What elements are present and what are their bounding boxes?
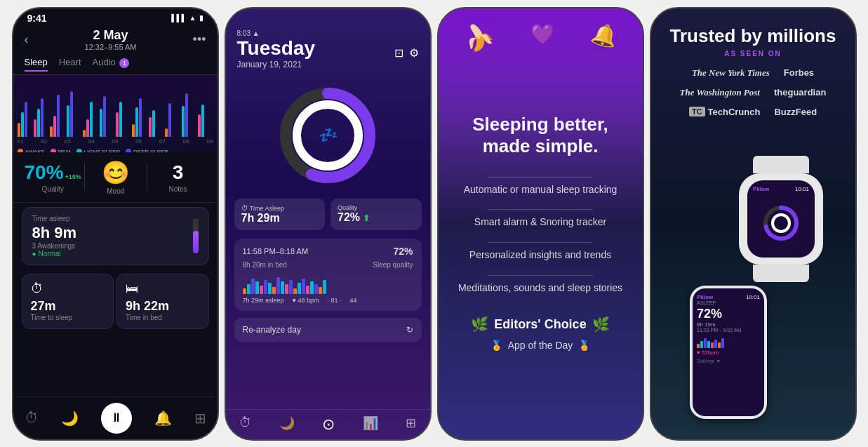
p2-stats-row: 7h 29m asleep ♥ 48 bpm · 81 · 44: [243, 297, 413, 304]
p3-decor-area: 🍌 💜 🔔: [439, 8, 643, 135]
nav-bell-icon[interactable]: 🔔: [154, 410, 172, 427]
p3-feature-4: Meditations, sounds and sleep stories: [458, 281, 622, 295]
p2-moon-icon[interactable]: 🌙: [279, 415, 295, 434]
tab-heart[interactable]: Heart: [59, 57, 81, 72]
p2-day: Tuesday: [237, 37, 316, 60]
time-to-sleep-card: ⏱ 27m Time to sleep: [22, 274, 114, 329]
time-in-bed-value: 9h 22m: [126, 299, 200, 314]
notes-value: 3: [173, 161, 184, 184]
p2-calendar-icon[interactable]: ⊡: [394, 46, 403, 60]
p2-sleep-card: 11:58 PM–8:18 AM 72% 8h 20m in bed Sleep…: [234, 239, 422, 311]
bottom-nav-1: ⏱ 🌙 ⏸ 🔔 ⊞: [13, 396, 218, 439]
watch-header: Pillow 10:01: [697, 294, 760, 300]
p3-divider-4: [488, 275, 594, 276]
watch-screen-2: Pillow 10:01: [747, 180, 815, 258]
heart-icon: 💜: [530, 22, 555, 46]
phone-4-content: Trusted by millions AS SEEN ON The New Y…: [651, 8, 855, 439]
watch-ring-svg: [760, 202, 802, 244]
battery-icon: ▮: [199, 14, 203, 22]
award-right-icon: 🏅: [578, 340, 590, 351]
screenshots-container: 9:41 ▌▌▌ ▲ ▮ ‹ 2 May 12:32–9:55 AM •••: [0, 0, 868, 447]
nav-bar-1: ‹ 2 May 12:32–9:55 AM •••: [13, 25, 218, 54]
media-wapo: The Washington Post: [674, 84, 766, 101]
date-display-1: 2 May: [85, 28, 137, 43]
tabs-1: Sleep Heart Audio 1: [13, 54, 218, 75]
media-forbes: Forbes: [778, 65, 820, 81]
normal-badge: ● Normal: [32, 250, 77, 258]
divider-2: [147, 163, 147, 191]
mood-stat: 😊 Mood: [88, 159, 144, 195]
watch-outer: Pillow 10:01 ASLEEP 72% 8h 19m 11:03 PM …: [690, 286, 767, 419]
stats-row-1: 70% +19% Quality 😊 Mood 3 Notes: [13, 152, 218, 203]
divider-1: [84, 163, 85, 191]
media-guardian: theguardian: [768, 84, 832, 101]
p2-status-time: 8:03 ▲: [237, 29, 316, 37]
nav-timer-icon[interactable]: ⏱: [25, 410, 39, 426]
p2-settings-icon[interactable]: ⚙: [409, 46, 419, 60]
quality-value: 70%: [25, 161, 64, 184]
phone-2-content: 8:03 ▲ Tuesday January 19, 2021 ⊡ ⚙: [226, 8, 430, 439]
nav-moon-icon[interactable]: 🌙: [61, 410, 79, 427]
watch-app-name: Pillow: [697, 294, 713, 300]
watch-band-bottom: [753, 265, 809, 282]
p2-stats: ⏱ Time Asleep 7h 29m Quality 72% ⬆: [226, 199, 430, 230]
ring-center: 💤: [319, 126, 338, 145]
awakenings: 3 Awakenings: [32, 242, 77, 250]
time-in-bed-card: 🛏 9h 22m Time in bed: [116, 274, 209, 329]
watch-body: Pillow 10:01: [739, 173, 823, 265]
notes-label: Notes: [169, 185, 187, 193]
p2-time-asleep-box: ⏱ Time Asleep 7h 29m: [234, 199, 326, 230]
time-to-sleep-value: 27m: [31, 299, 105, 314]
phone-2-frame: 8:03 ▲ Tuesday January 19, 2021 ⊡ ⚙: [225, 7, 432, 441]
watch2-header: Pillow 10:01: [753, 186, 809, 192]
reanalyze-button[interactable]: Re-analyze day ↻: [234, 318, 422, 342]
p2-mini-bars: [243, 273, 413, 294]
time-asleep-value: 8h 9m: [32, 224, 77, 242]
bell-icon: 🔔: [589, 19, 620, 49]
p2-grid-icon[interactable]: ⊞: [406, 415, 416, 434]
p2-time-asleep-lbl: ⏱ Time Asleep: [241, 204, 319, 212]
phone-4-frame: Trusted by millions AS SEEN ON The New Y…: [650, 7, 857, 441]
time-asleep-card: Time asleep 8h 9m 3 Awakenings ● Normal: [22, 207, 209, 265]
award-left-icon: 🏅: [490, 340, 502, 351]
svg-point-7: [773, 215, 789, 232]
more-button-1[interactable]: •••: [193, 32, 206, 47]
p2-chart-icon[interactable]: 📊: [363, 415, 378, 434]
watch-settings-label: Settings ▼: [697, 359, 760, 363]
nav-grid-icon[interactable]: ⊞: [194, 410, 206, 427]
media-buzzfeed: BuzzFeed: [768, 104, 822, 120]
apple-watch-container: Pillow 10:01: [739, 156, 823, 279]
watch-screen: Pillow 10:01 ASLEEP 72% 8h 19m 11:03 PM …: [693, 288, 764, 416]
clock-icon: ⏱: [31, 281, 105, 296]
watch-sleep-time: 8h 19m: [697, 321, 760, 328]
p3-feature-2: Smart alarm & Snoring tracker: [474, 215, 606, 229]
bottom-nav-2: ⏱ 🌙 ⊙ 📊 ⊞: [226, 409, 430, 439]
p2-date: January 19, 2021: [237, 60, 316, 69]
quality-label: Quality: [42, 185, 64, 193]
watch-mini-bars: [697, 335, 760, 348]
sleep-ring-2: 💤: [226, 72, 430, 199]
tab-audio[interactable]: Audio 1: [93, 57, 130, 72]
p2-time-row: 11:58 PM–8:18 AM 72%: [243, 246, 413, 257]
watch-band-top: [753, 156, 809, 173]
bed-icon: 🛏: [126, 281, 200, 296]
progress-fill: [193, 231, 199, 254]
p2-quality-val: 72% ⬆: [338, 211, 415, 224]
chart-bars: [18, 81, 213, 137]
watch-asleep-label: ASLEEP: [697, 300, 760, 305]
quality-stat: 70% +19% Quality: [25, 161, 81, 193]
chart-labels: 010203040506070809: [18, 137, 213, 146]
wifi-icon: ▲: [189, 14, 196, 22]
pause-button[interactable]: ⏸: [101, 403, 132, 434]
p2-timer-icon[interactable]: ⏱: [239, 415, 252, 434]
time-in-bed-label: Time in bed: [126, 314, 200, 321]
tab-sleep[interactable]: Sleep: [25, 57, 48, 72]
time-to-sleep-label: Time to sleep: [31, 314, 105, 321]
status-time-1: 9:41: [27, 13, 47, 24]
watch2-app: Pillow: [753, 186, 769, 192]
status-icons-1: ▌▌▌ ▲ ▮: [171, 14, 203, 22]
watch-time: 10:01: [746, 294, 760, 300]
mood-label: Mood: [107, 187, 124, 195]
p2-home-icon[interactable]: ⊙: [322, 415, 335, 434]
back-button-1[interactable]: ‹: [25, 32, 29, 47]
